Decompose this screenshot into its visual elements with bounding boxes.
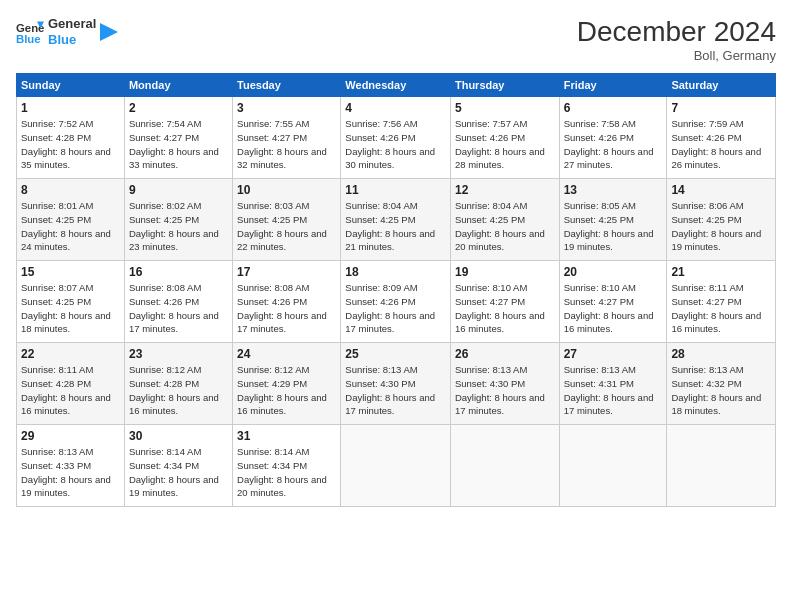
calendar-week-row: 8 Sunrise: 8:01 AMSunset: 4:25 PMDayligh… [17, 179, 776, 261]
day-number: 5 [455, 101, 555, 115]
day-info: Sunrise: 8:14 AMSunset: 4:34 PMDaylight:… [237, 446, 327, 498]
day-number: 29 [21, 429, 120, 443]
day-number: 21 [671, 265, 771, 279]
table-row: 29 Sunrise: 8:13 AMSunset: 4:33 PMDaylig… [17, 425, 125, 507]
table-row: 5 Sunrise: 7:57 AMSunset: 4:26 PMDayligh… [450, 97, 559, 179]
table-row: 27 Sunrise: 8:13 AMSunset: 4:31 PMDaylig… [559, 343, 667, 425]
day-number: 15 [21, 265, 120, 279]
day-info: Sunrise: 7:55 AMSunset: 4:27 PMDaylight:… [237, 118, 327, 170]
day-info: Sunrise: 7:59 AMSunset: 4:26 PMDaylight:… [671, 118, 761, 170]
day-number: 8 [21, 183, 120, 197]
day-number: 24 [237, 347, 336, 361]
day-info: Sunrise: 8:05 AMSunset: 4:25 PMDaylight:… [564, 200, 654, 252]
col-monday: Monday [124, 74, 232, 97]
table-row: 20 Sunrise: 8:10 AMSunset: 4:27 PMDaylig… [559, 261, 667, 343]
day-number: 3 [237, 101, 336, 115]
table-row [450, 425, 559, 507]
table-row: 18 Sunrise: 8:09 AMSunset: 4:26 PMDaylig… [341, 261, 451, 343]
day-number: 10 [237, 183, 336, 197]
day-info: Sunrise: 8:06 AMSunset: 4:25 PMDaylight:… [671, 200, 761, 252]
col-wednesday: Wednesday [341, 74, 451, 97]
logo-text-general: General [48, 16, 96, 32]
day-number: 12 [455, 183, 555, 197]
table-row [341, 425, 451, 507]
table-row: 4 Sunrise: 7:56 AMSunset: 4:26 PMDayligh… [341, 97, 451, 179]
day-info: Sunrise: 7:56 AMSunset: 4:26 PMDaylight:… [345, 118, 435, 170]
day-info: Sunrise: 8:13 AMSunset: 4:30 PMDaylight:… [345, 364, 435, 416]
table-row: 6 Sunrise: 7:58 AMSunset: 4:26 PMDayligh… [559, 97, 667, 179]
day-number: 2 [129, 101, 228, 115]
day-number: 9 [129, 183, 228, 197]
day-number: 14 [671, 183, 771, 197]
day-number: 27 [564, 347, 663, 361]
table-row: 10 Sunrise: 8:03 AMSunset: 4:25 PMDaylig… [233, 179, 341, 261]
day-number: 20 [564, 265, 663, 279]
table-row: 11 Sunrise: 8:04 AMSunset: 4:25 PMDaylig… [341, 179, 451, 261]
table-row: 16 Sunrise: 8:08 AMSunset: 4:26 PMDaylig… [124, 261, 232, 343]
table-row: 25 Sunrise: 8:13 AMSunset: 4:30 PMDaylig… [341, 343, 451, 425]
day-info: Sunrise: 8:02 AMSunset: 4:25 PMDaylight:… [129, 200, 219, 252]
day-info: Sunrise: 8:12 AMSunset: 4:28 PMDaylight:… [129, 364, 219, 416]
table-row: 31 Sunrise: 8:14 AMSunset: 4:34 PMDaylig… [233, 425, 341, 507]
title-block: December 2024 Boll, Germany [577, 16, 776, 63]
day-info: Sunrise: 8:13 AMSunset: 4:31 PMDaylight:… [564, 364, 654, 416]
day-info: Sunrise: 8:04 AMSunset: 4:25 PMDaylight:… [345, 200, 435, 252]
table-row: 13 Sunrise: 8:05 AMSunset: 4:25 PMDaylig… [559, 179, 667, 261]
logo-text-blue: Blue [48, 32, 96, 48]
day-info: Sunrise: 8:03 AMSunset: 4:25 PMDaylight:… [237, 200, 327, 252]
day-number: 17 [237, 265, 336, 279]
header: General Blue General Blue December 2024 … [16, 16, 776, 63]
day-number: 7 [671, 101, 771, 115]
location: Boll, Germany [577, 48, 776, 63]
table-row: 1 Sunrise: 7:52 AMSunset: 4:28 PMDayligh… [17, 97, 125, 179]
day-info: Sunrise: 8:04 AMSunset: 4:25 PMDaylight:… [455, 200, 545, 252]
table-row: 28 Sunrise: 8:13 AMSunset: 4:32 PMDaylig… [667, 343, 776, 425]
day-number: 6 [564, 101, 663, 115]
logo-icon: General Blue [16, 18, 44, 46]
day-number: 30 [129, 429, 228, 443]
day-info: Sunrise: 8:10 AMSunset: 4:27 PMDaylight:… [564, 282, 654, 334]
day-info: Sunrise: 7:54 AMSunset: 4:27 PMDaylight:… [129, 118, 219, 170]
table-row: 24 Sunrise: 8:12 AMSunset: 4:29 PMDaylig… [233, 343, 341, 425]
table-row [559, 425, 667, 507]
table-row: 8 Sunrise: 8:01 AMSunset: 4:25 PMDayligh… [17, 179, 125, 261]
table-row: 15 Sunrise: 8:07 AMSunset: 4:25 PMDaylig… [17, 261, 125, 343]
col-sunday: Sunday [17, 74, 125, 97]
day-number: 11 [345, 183, 446, 197]
day-info: Sunrise: 8:07 AMSunset: 4:25 PMDaylight:… [21, 282, 111, 334]
day-number: 25 [345, 347, 446, 361]
day-info: Sunrise: 8:09 AMSunset: 4:26 PMDaylight:… [345, 282, 435, 334]
col-saturday: Saturday [667, 74, 776, 97]
logo: General Blue General Blue [16, 16, 118, 47]
col-friday: Friday [559, 74, 667, 97]
calendar-header-row: Sunday Monday Tuesday Wednesday Thursday… [17, 74, 776, 97]
day-number: 1 [21, 101, 120, 115]
day-info: Sunrise: 8:11 AMSunset: 4:27 PMDaylight:… [671, 282, 761, 334]
table-row: 19 Sunrise: 8:10 AMSunset: 4:27 PMDaylig… [450, 261, 559, 343]
table-row: 30 Sunrise: 8:14 AMSunset: 4:34 PMDaylig… [124, 425, 232, 507]
day-number: 26 [455, 347, 555, 361]
calendar-week-row: 29 Sunrise: 8:13 AMSunset: 4:33 PMDaylig… [17, 425, 776, 507]
svg-marker-3 [100, 23, 118, 41]
day-info: Sunrise: 8:08 AMSunset: 4:26 PMDaylight:… [129, 282, 219, 334]
day-number: 13 [564, 183, 663, 197]
table-row: 2 Sunrise: 7:54 AMSunset: 4:27 PMDayligh… [124, 97, 232, 179]
day-info: Sunrise: 8:11 AMSunset: 4:28 PMDaylight:… [21, 364, 111, 416]
day-number: 18 [345, 265, 446, 279]
day-info: Sunrise: 7:52 AMSunset: 4:28 PMDaylight:… [21, 118, 111, 170]
day-number: 4 [345, 101, 446, 115]
month-title: December 2024 [577, 16, 776, 48]
table-row: 9 Sunrise: 8:02 AMSunset: 4:25 PMDayligh… [124, 179, 232, 261]
col-tuesday: Tuesday [233, 74, 341, 97]
table-row: 22 Sunrise: 8:11 AMSunset: 4:28 PMDaylig… [17, 343, 125, 425]
calendar-week-row: 15 Sunrise: 8:07 AMSunset: 4:25 PMDaylig… [17, 261, 776, 343]
logo-arrow-icon [100, 23, 118, 41]
table-row [667, 425, 776, 507]
col-thursday: Thursday [450, 74, 559, 97]
day-number: 22 [21, 347, 120, 361]
table-row: 21 Sunrise: 8:11 AMSunset: 4:27 PMDaylig… [667, 261, 776, 343]
day-info: Sunrise: 8:10 AMSunset: 4:27 PMDaylight:… [455, 282, 545, 334]
calendar-table: Sunday Monday Tuesday Wednesday Thursday… [16, 73, 776, 507]
day-info: Sunrise: 8:13 AMSunset: 4:32 PMDaylight:… [671, 364, 761, 416]
day-info: Sunrise: 7:57 AMSunset: 4:26 PMDaylight:… [455, 118, 545, 170]
